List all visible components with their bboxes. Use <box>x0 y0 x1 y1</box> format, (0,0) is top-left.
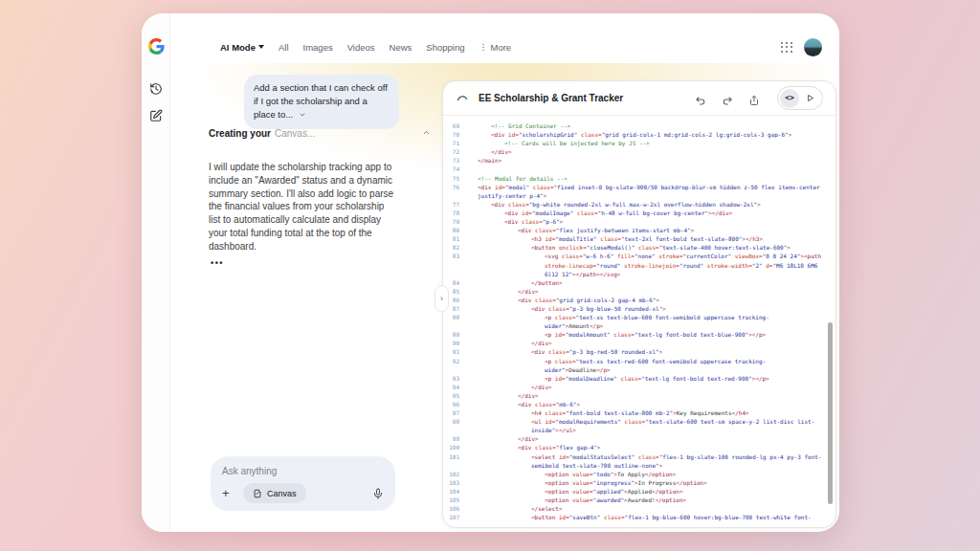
panel-collapse-handle[interactable]: › <box>434 285 449 312</box>
ask-input-placeholder: Ask anything <box>222 466 384 476</box>
tab-all[interactable]: All <box>278 42 289 53</box>
code-line: 80<div class="flex justify-between items… <box>443 226 835 234</box>
code-line: 105<option value="awarded">Awarded!</opt… <box>443 496 835 504</box>
code-line: 97<h4 class="font-bold text-slate-800 mb… <box>443 408 835 417</box>
code-line: 70<div id="scholarshipGrid" class="grid … <box>443 130 835 139</box>
code-line: 77<div class="bg-white rounded-2xl w-ful… <box>443 200 835 209</box>
desktop-background: { "nav": { "ai_mode": "AI Mode", "items"… <box>0 0 980 551</box>
canvas-chip[interactable]: Canvas <box>243 483 306 503</box>
tab-news[interactable]: News <box>390 42 412 53</box>
tab-ai-mode[interactable]: AI Mode <box>220 42 264 53</box>
code-line: 92<p class="text-xs text-red-600 font-se… <box>443 357 835 374</box>
code-line: 81<h3 id="modalTitle" class="text-2xl fo… <box>443 234 835 243</box>
code-line: 75<!-- Modal for details --> <box>443 174 835 183</box>
code-line: 69<!-- Grid Container --> <box>443 121 835 130</box>
assistant-message: I will update the scholarship tracking a… <box>209 161 396 253</box>
code-line: 72</div> <box>443 147 835 156</box>
compose-icon[interactable] <box>149 109 163 122</box>
loading-spinner-icon <box>456 92 469 105</box>
code-line: 103<option value="inprogress">In Progres… <box>443 478 835 487</box>
code-line: 98<ul id="modalRequirements" class="text… <box>443 417 835 434</box>
google-logo-icon[interactable] <box>148 38 165 55</box>
code-line: 100<div class="flex gap-4"> <box>443 443 835 452</box>
canvas-code-panel: EE Scholarship & Grant Tracker <> <box>442 80 836 528</box>
code-line: 88<p class="text-xs text-blue-600 font-s… <box>443 313 835 330</box>
microphone-icon[interactable] <box>372 487 384 500</box>
preview-icon[interactable] <box>799 89 820 108</box>
typing-indicator: ••• <box>211 258 224 268</box>
code-line: 95</div> <box>443 391 835 400</box>
code-line: 71<!-- Cards will be injected here by JS… <box>443 139 835 147</box>
chevron-down-icon <box>258 45 264 49</box>
code-line: 82<button onclick="closeModal()" class="… <box>443 243 835 252</box>
code-line: 90</div> <box>443 339 835 347</box>
canvas-chip-label: Canvas <box>267 489 297 498</box>
code-line: 94</div> <box>443 383 835 391</box>
tab-shopping[interactable]: Shopping <box>426 42 464 53</box>
undo-icon[interactable] <box>695 93 706 104</box>
code-line: 96<div class="mb-6"> <box>443 400 835 408</box>
ask-input[interactable]: Ask anything + Canvas <box>211 456 395 511</box>
user-message-bubble[interactable]: Add a section that I can check off if I … <box>244 75 399 129</box>
redo-icon[interactable] <box>722 93 733 104</box>
view-toggle: <> <box>777 86 823 110</box>
browser-window: AI Mode All Images Videos News Shopping … <box>142 13 839 532</box>
code-line: 78<div id="modalImage" class="h-48 w-ful… <box>443 209 835 217</box>
tab-videos[interactable]: Videos <box>347 42 375 53</box>
add-attachment-button[interactable]: + <box>222 486 235 500</box>
code-line: 79<div class="p-6"> <box>443 217 835 226</box>
chevron-up-icon <box>422 128 431 139</box>
vertical-dots-icon: ⋮ <box>479 42 487 52</box>
code-editor[interactable]: 69<!-- Grid Container -->70<div id="scho… <box>443 116 835 522</box>
left-rail <box>142 13 170 532</box>
user-message-text: Add a section that I can check off if I … <box>254 82 388 120</box>
share-icon[interactable] <box>748 93 760 104</box>
code-line: 104<option value="applied">Applied</opti… <box>443 487 835 496</box>
chat-column: Add a section that I can check off if I … <box>170 69 440 532</box>
creating-suffix: Canvas... <box>275 128 315 139</box>
code-line: 101<select id="modalStatusSelect" class=… <box>443 452 835 470</box>
scrollbar-thumb[interactable] <box>828 322 833 504</box>
code-line: 106</select> <box>443 504 835 513</box>
code-line: 89<p id="modalAmount" class="text-lg fon… <box>443 330 835 339</box>
code-line: 99</div> <box>443 434 835 443</box>
ai-mode-label: AI Mode <box>220 42 256 53</box>
code-line: 102<option value="todo">To Apply</option… <box>443 470 835 478</box>
avatar[interactable] <box>804 38 822 56</box>
input-toolbar: + Canvas <box>222 483 384 503</box>
canvas-actions: <> <box>695 86 823 110</box>
code-view-icon[interactable]: <> <box>780 89 799 108</box>
creating-canvas-toggle[interactable]: Creating your Canvas... <box>209 128 431 139</box>
canvas-doc-icon <box>253 489 262 498</box>
code-line: 85</div> <box>443 287 835 296</box>
history-icon[interactable] <box>149 82 163 96</box>
code-line: 84</button> <box>443 278 835 287</box>
code-line: 74 <box>443 165 835 173</box>
tab-more[interactable]: ⋮ More <box>479 42 511 53</box>
code-line: 107<button id="saveBtn" class="flex-1 bg… <box>443 513 835 522</box>
canvas-panel-header: EE Scholarship & Grant Tracker <> <box>443 81 835 116</box>
more-label: More <box>490 42 511 53</box>
code-line: 86<div class="grid grid-cols-2 gap-4 mb-… <box>443 296 835 304</box>
search-mode-tabs: AI Mode All Images Videos News Shopping … <box>220 39 511 55</box>
code-line: 76<div id="modal" class="fixed inset-0 b… <box>443 183 835 200</box>
google-apps-icon[interactable] <box>781 42 792 54</box>
code-line: 87<div class="p-3 bg-blue-50 rounded-xl"… <box>443 304 835 313</box>
chevron-down-icon[interactable] <box>299 109 306 122</box>
tab-images[interactable]: Images <box>303 42 333 53</box>
code-line: 73</main> <box>443 156 835 165</box>
code-line: 91<div class="p-3 bg-red-50 rounded-xl"> <box>443 347 835 356</box>
creating-prefix: Creating your <box>209 128 271 139</box>
canvas-title: EE Scholarship & Grant Tracker <box>479 93 623 103</box>
header-right <box>781 38 822 56</box>
code-line: 83<svg class="w-6 h-6" fill="none" strok… <box>443 252 835 277</box>
code-line: 93<p id="modalDeadline" class="text-lg f… <box>443 374 835 383</box>
